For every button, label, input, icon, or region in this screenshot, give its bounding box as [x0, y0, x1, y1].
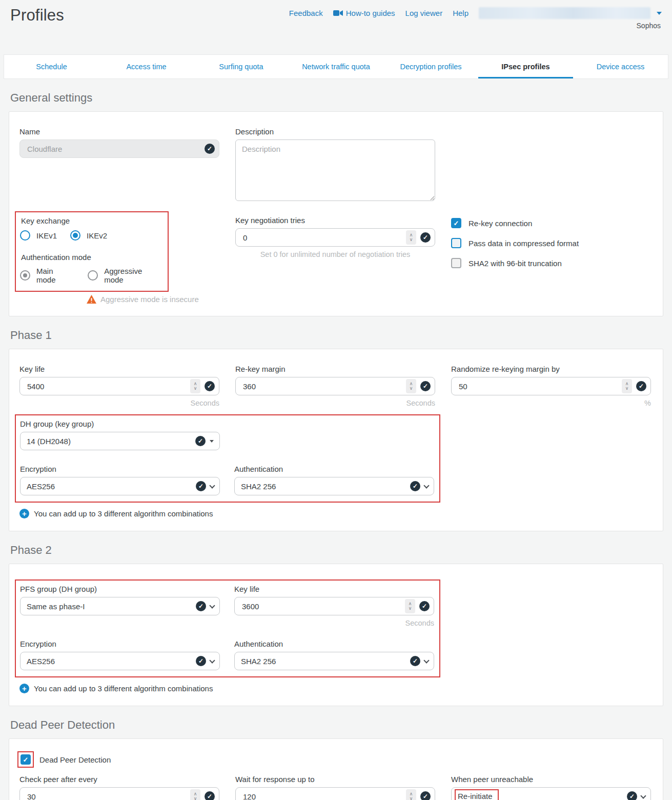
p1-encryption-value: AES256 [27, 482, 192, 491]
when-unreachable-annotation-box: Re-initiate [455, 789, 499, 800]
log-viewer-link[interactable]: Log viewer [405, 9, 443, 17]
tab-ipsec-profiles[interactable]: IPsec profiles [478, 55, 573, 78]
help-link[interactable]: Help [453, 9, 469, 17]
tab-decryption-profiles[interactable]: Decryption profiles [383, 55, 478, 78]
phase2-algorithms-annotation-box: PFS group (DH group) Same as phase-I Key… [15, 579, 440, 677]
rekey-connection-checkbox[interactable] [451, 218, 461, 228]
chevron-down-icon [423, 657, 429, 663]
phase1-heading: Phase 1 [10, 329, 672, 342]
p1-randomize-input[interactable] [458, 382, 618, 391]
chevron-down-icon[interactable] [657, 12, 662, 15]
top-nav: Feedback How-to guides Log viewer Help [289, 7, 662, 19]
p1-key-life-unit: Seconds [19, 399, 219, 407]
dpd-toggle-label: Dead Peer Detection [39, 755, 111, 764]
phase1-card: Key life Seconds Re-key margin Seconds R… [9, 349, 663, 531]
number-stepper[interactable] [622, 379, 632, 393]
p1-authentication-label: Authentication [234, 465, 434, 473]
p1-encryption-dropdown[interactable]: AES256 [20, 477, 220, 495]
ikev2-radio[interactable] [70, 230, 80, 241]
account-selector[interactable] [479, 7, 650, 19]
number-stepper[interactable] [405, 599, 415, 613]
p1-authentication-value: SHA2 256 [241, 482, 406, 491]
dpd-heading: Dead Peer Detection [10, 718, 672, 732]
chevron-down-icon [209, 483, 215, 488]
p1-rekey-margin-label: Re-key margin [235, 365, 435, 373]
tab-device-access[interactable]: Device access [573, 55, 668, 78]
valid-badge-icon [420, 791, 431, 800]
p2-encryption-label: Encryption [20, 639, 220, 648]
number-stepper[interactable] [190, 789, 200, 800]
number-stepper[interactable] [406, 230, 416, 245]
aggressive-mode-label: Aggressive mode [104, 267, 164, 284]
tab-access-time[interactable]: Access time [99, 55, 194, 78]
p2-key-life-input[interactable] [241, 602, 401, 611]
check-peer-input[interactable] [26, 792, 186, 800]
p1-authentication-dropdown[interactable]: SHA2 256 [234, 477, 434, 495]
wait-response-input[interactable] [242, 792, 402, 800]
tab-schedule[interactable]: Schedule [4, 55, 99, 78]
p1-rekey-margin-input[interactable] [242, 382, 402, 391]
number-stepper[interactable] [406, 379, 416, 393]
pfs-group-value: Same as phase-I [27, 602, 192, 611]
ikev1-radio[interactable] [20, 230, 30, 241]
valid-badge-icon [196, 656, 206, 666]
when-unreachable-dropdown[interactable]: Re-initiate [451, 787, 651, 800]
key-negotiation-input[interactable] [242, 233, 402, 243]
p1-key-life-input[interactable] [26, 382, 186, 391]
warning-icon [87, 295, 96, 304]
valid-badge-icon [419, 601, 430, 611]
feedback-link[interactable]: Feedback [289, 9, 323, 17]
name-field [19, 139, 219, 158]
check-peer-field[interactable] [19, 787, 219, 800]
pfs-group-dropdown[interactable]: Same as phase-I [20, 597, 220, 615]
p1-key-life-field[interactable] [19, 377, 219, 395]
add-icon[interactable] [19, 684, 29, 693]
compressed-format-checkbox[interactable] [451, 238, 461, 248]
tab-bar: Schedule Access time Surfing quota Netwo… [4, 54, 668, 79]
tab-network-traffic-quota[interactable]: Network traffic quota [289, 55, 383, 78]
p2-key-life-field[interactable] [234, 597, 434, 615]
feedback-label: Feedback [289, 9, 323, 17]
valid-badge-icon [205, 381, 215, 391]
chevron-down-icon [209, 603, 215, 608]
p2-authentication-dropdown[interactable]: SHA2 256 [234, 652, 434, 670]
valid-badge-icon [410, 656, 420, 666]
description-input[interactable] [235, 139, 435, 201]
number-stepper[interactable] [190, 379, 200, 393]
log-viewer-label: Log viewer [405, 9, 443, 17]
valid-badge-icon [196, 481, 206, 491]
when-unreachable-label: When peer unreachable [451, 775, 651, 784]
dh-group-value: 14 (DH2048) [27, 437, 191, 446]
aggressive-mode-radio[interactable] [88, 270, 98, 281]
dropdown-caret-icon [210, 440, 214, 443]
help-label: Help [453, 9, 469, 17]
name-input [26, 144, 200, 154]
p2-encryption-dropdown[interactable]: AES256 [20, 652, 220, 670]
main-mode-label: Main mode [36, 267, 74, 284]
add-icon[interactable] [19, 509, 29, 518]
p1-randomize-field[interactable] [451, 377, 651, 395]
main-mode-radio[interactable] [20, 270, 30, 281]
sha2-truncation-label: SHA2 with 96-bit truncation [469, 259, 562, 268]
description-label: Description [235, 127, 435, 136]
valid-badge-icon [420, 381, 431, 391]
number-stepper[interactable] [406, 789, 416, 800]
wait-response-field[interactable] [235, 787, 435, 800]
howto-guides-label: How-to guides [346, 9, 395, 17]
p2-authentication-value: SHA2 256 [241, 657, 406, 666]
sha2-truncation-checkbox[interactable] [451, 258, 461, 268]
key-exchange-annotation-box: Key exchange IKEv1 IKEv2 Authentication … [15, 211, 169, 292]
p2-authentication-label: Authentication [234, 639, 434, 648]
general-settings-card: Name Description Key exchange IKEv1 IKEv… [9, 111, 663, 316]
tab-surfing-quota[interactable]: Surfing quota [194, 55, 289, 78]
howto-guides-link[interactable]: How-to guides [333, 9, 395, 17]
wait-response-label: Wait for response up to [235, 775, 435, 784]
valid-badge-icon [205, 791, 215, 800]
key-negotiation-field[interactable] [235, 228, 435, 247]
dh-group-dropdown[interactable]: 14 (DH2048) [20, 432, 220, 450]
p1-randomize-label: Randomize re-keying margin by [451, 365, 651, 373]
dpd-checkbox[interactable] [21, 754, 31, 765]
key-negotiation-help: Set 0 for unlimited number of negotiatio… [235, 250, 435, 258]
p1-rekey-margin-field[interactable] [235, 377, 435, 395]
aggressive-mode-warning: Aggressive mode is insecure [100, 295, 199, 304]
